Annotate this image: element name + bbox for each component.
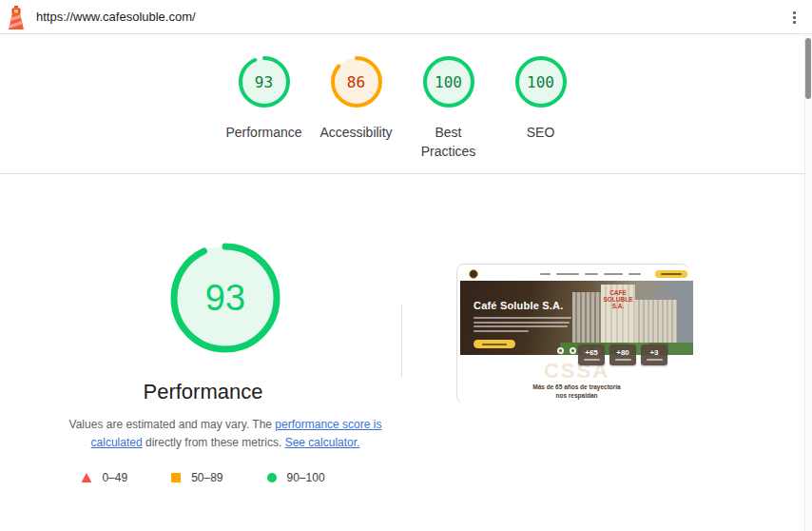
- preview-caption: Más de 65 años de trayectoria nos respal…: [460, 384, 693, 401]
- performance-score-gauge: 93: [168, 241, 282, 355]
- summary-gauge-seo[interactable]: 100 SEO: [494, 55, 587, 173]
- legend-range: 0–49: [102, 471, 127, 484]
- performance-description: Values are estimated and may vary. The p…: [61, 416, 390, 452]
- legend-range: 90–100: [287, 471, 325, 484]
- pass-circle-icon: [267, 473, 277, 482]
- stat-value: +80: [616, 349, 629, 357]
- gauge-label: Accessibility: [310, 124, 402, 143]
- legend-item-pass: 90–100: [267, 471, 325, 484]
- caption-line: nos respaldan: [460, 392, 693, 401]
- preview-nav-items: [540, 273, 641, 275]
- scrollbar-thumb[interactable]: [805, 38, 811, 99]
- final-screenshot-card: CAFE SOLUBLE S.A. Café Soluble S.A. +65 …: [456, 264, 689, 403]
- performance-section-title: Performance: [0, 380, 406, 404]
- summary-gauge-best-practices[interactable]: 100 Best Practices: [402, 55, 494, 173]
- summary-gauge-accessibility[interactable]: 86 Accessibility: [310, 55, 402, 173]
- gauge-label: SEO: [494, 124, 587, 143]
- fail-triangle-icon: [81, 473, 91, 482]
- stat-value: +65: [585, 349, 598, 357]
- report-header: https://www.cafesoluble.com/: [0, 0, 812, 34]
- stat-card: +65: [578, 344, 605, 365]
- legend-item-fail: 0–49: [81, 471, 127, 484]
- description-text: directly from these metrics.: [143, 436, 285, 449]
- description-text: Values are estimated and may vary. The: [69, 418, 276, 431]
- lighthouse-icon: [5, 5, 28, 31]
- see-calculator-link[interactable]: See calculator.: [285, 436, 360, 449]
- score-value: 100: [422, 55, 475, 108]
- building-sign-text: CAFE SOLUBLE S.A.: [603, 289, 632, 309]
- preview-paragraph: [474, 317, 571, 334]
- preview-hero-button: [474, 340, 515, 348]
- score-summary-row: 93 Performance 86 Accessibility 100 Best…: [0, 35, 804, 174]
- kebab-menu-icon[interactable]: [784, 8, 803, 27]
- preview-contact-button: [655, 270, 687, 278]
- preview-stat-cards: +65 +80 +3: [578, 344, 667, 365]
- score-value: 93: [238, 55, 291, 108]
- score-value: 100: [514, 55, 568, 108]
- average-square-icon: [171, 473, 181, 482]
- preview-logo: [469, 269, 478, 279]
- stat-value: +3: [649, 349, 658, 357]
- site-screenshot: CAFE SOLUBLE S.A. Café Soluble S.A. +65 …: [460, 267, 693, 407]
- score-value: 86: [330, 55, 383, 108]
- caption-line: Más de 65 años de trayectoria: [460, 384, 693, 392]
- column-divider: [401, 305, 402, 377]
- legend-item-average: 50–89: [171, 471, 222, 484]
- stat-card: +80: [609, 344, 636, 365]
- preview-site-title: Café Soluble S.A.: [474, 300, 563, 311]
- preview-navbar: [460, 267, 693, 281]
- legend-range: 50–89: [191, 471, 222, 484]
- stat-card: +3: [641, 344, 667, 365]
- gauge-label: Best Practices: [417, 124, 480, 161]
- scrollbar-track[interactable]: [804, 35, 812, 531]
- score-legend: 0–49 50–89 90–100: [0, 471, 406, 484]
- performance-score-value: 93: [168, 241, 282, 355]
- gauge-label: Performance: [218, 124, 310, 143]
- report-url[interactable]: https://www.cafesoluble.com/: [36, 10, 196, 24]
- summary-gauge-performance[interactable]: 93 Performance: [218, 55, 310, 173]
